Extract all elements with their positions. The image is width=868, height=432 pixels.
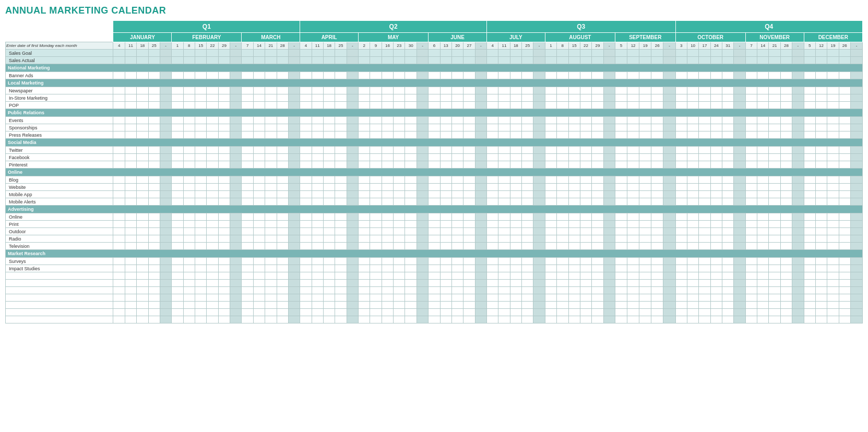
data-cell-21-9[interactable]: [218, 198, 230, 206]
data-cell-24-38[interactable]: [557, 221, 568, 228]
empty-cell-37-5[interactable]: [172, 316, 183, 323]
empty-cell-33-9[interactable]: [218, 287, 230, 294]
data-cell-30-63[interactable]: [850, 265, 862, 272]
data-cell-26-4[interactable]: [160, 235, 171, 243]
empty-cell-31-26[interactable]: [417, 272, 428, 280]
empty-cell-32-44[interactable]: [627, 280, 639, 287]
data-cell-23-16[interactable]: [300, 213, 312, 221]
data-cell-30-41[interactable]: [592, 265, 603, 272]
empty-cell-33-26[interactable]: [417, 287, 428, 294]
empty-cell-37-50[interactable]: [699, 316, 710, 323]
data-cell-15-40[interactable]: [580, 154, 591, 161]
empty-cell-34-11[interactable]: [242, 294, 253, 302]
data-cell-8-45[interactable]: [639, 102, 651, 109]
empty-cell-35-42[interactable]: [603, 302, 615, 309]
empty-cell-31-13[interactable]: [265, 272, 277, 280]
empty-cell-31-3[interactable]: [148, 272, 160, 280]
data-cell-12-20[interactable]: [347, 131, 358, 139]
empty-cell-33-61[interactable]: [827, 287, 839, 294]
data-cell-24-11[interactable]: [242, 221, 253, 228]
empty-cell-36-59[interactable]: [804, 309, 815, 316]
empty-cell-36-6[interactable]: [183, 309, 195, 316]
empty-cell-35-10[interactable]: [230, 302, 242, 309]
data-cell-27-7[interactable]: [195, 243, 207, 250]
data-cell-4-61[interactable]: [827, 72, 839, 79]
empty-cell-31-27[interactable]: [429, 272, 440, 280]
data-cell-27-4[interactable]: [160, 243, 171, 250]
data-cell-4-42[interactable]: [603, 72, 615, 79]
data-cell-24-10[interactable]: [230, 221, 242, 228]
data-cell-26-8[interactable]: [207, 235, 218, 243]
data-cell-24-41[interactable]: [592, 221, 603, 228]
data-cell-14-54[interactable]: [745, 147, 757, 154]
data-cell-4-23[interactable]: [382, 72, 393, 79]
data-cell-10-25[interactable]: [405, 117, 417, 124]
data-cell-1-7[interactable]: [195, 50, 207, 57]
empty-cell-35-40[interactable]: [580, 302, 591, 309]
data-cell-29-42[interactable]: [603, 258, 615, 265]
data-cell-16-43[interactable]: [615, 161, 627, 169]
data-cell-30-19[interactable]: [335, 265, 347, 272]
data-cell-12-36[interactable]: [533, 131, 545, 139]
data-cell-26-31[interactable]: [475, 235, 486, 243]
data-cell-7-47[interactable]: [663, 94, 675, 102]
data-cell-1-3[interactable]: [148, 50, 160, 57]
data-cell-1-40[interactable]: [580, 50, 591, 57]
data-cell-6-39[interactable]: [568, 87, 580, 94]
data-cell-11-33[interactable]: [498, 124, 510, 131]
data-cell-16-51[interactable]: [710, 161, 722, 169]
data-cell-25-9[interactable]: [218, 228, 230, 235]
data-cell-12-31[interactable]: [475, 131, 486, 139]
data-cell-19-32[interactable]: [486, 184, 498, 191]
empty-cell-31-18[interactable]: [323, 272, 335, 280]
data-cell-20-43[interactable]: [615, 191, 627, 198]
data-cell-2-53[interactable]: [734, 57, 745, 64]
empty-cell-32-11[interactable]: [242, 280, 253, 287]
data-cell-18-36[interactable]: [533, 176, 545, 184]
data-cell-30-21[interactable]: [359, 265, 370, 272]
empty-cell-36-34[interactable]: [510, 309, 521, 316]
empty-cell-36-43[interactable]: [615, 309, 627, 316]
empty-cell-31-7[interactable]: [195, 272, 207, 280]
data-cell-2-34[interactable]: [510, 57, 521, 64]
data-cell-7-11[interactable]: [242, 94, 253, 102]
data-cell-26-41[interactable]: [592, 235, 603, 243]
data-cell-10-49[interactable]: [687, 117, 698, 124]
empty-cell-31-44[interactable]: [627, 272, 639, 280]
data-cell-29-32[interactable]: [486, 258, 498, 265]
empty-cell-37-53[interactable]: [734, 316, 745, 323]
data-cell-24-32[interactable]: [486, 221, 498, 228]
data-cell-7-43[interactable]: [615, 94, 627, 102]
data-cell-25-58[interactable]: [792, 228, 804, 235]
data-cell-21-22[interactable]: [370, 198, 382, 206]
data-cell-10-54[interactable]: [745, 117, 757, 124]
data-cell-19-57[interactable]: [780, 184, 792, 191]
data-cell-26-55[interactable]: [757, 235, 769, 243]
empty-cell-32-10[interactable]: [230, 280, 242, 287]
data-cell-10-0[interactable]: [113, 117, 125, 124]
data-cell-4-8[interactable]: [207, 72, 218, 79]
data-cell-24-56[interactable]: [769, 221, 780, 228]
empty-cell-36-11[interactable]: [242, 309, 253, 316]
empty-cell-35-43[interactable]: [615, 302, 627, 309]
data-cell-1-25[interactable]: [405, 50, 417, 57]
data-cell-23-15[interactable]: [288, 213, 300, 221]
data-cell-4-49[interactable]: [687, 72, 698, 79]
data-cell-2-51[interactable]: [710, 57, 722, 64]
data-cell-18-57[interactable]: [780, 176, 792, 184]
empty-cell-35-38[interactable]: [557, 302, 568, 309]
data-cell-21-20[interactable]: [347, 198, 358, 206]
data-cell-29-0[interactable]: [113, 258, 125, 265]
data-cell-6-11[interactable]: [242, 87, 253, 94]
data-cell-24-59[interactable]: [804, 221, 815, 228]
data-cell-23-45[interactable]: [639, 213, 651, 221]
data-cell-7-53[interactable]: [734, 94, 745, 102]
data-cell-18-30[interactable]: [463, 176, 475, 184]
data-cell-23-30[interactable]: [463, 213, 475, 221]
empty-cell-31-20[interactable]: [347, 272, 358, 280]
empty-cell-31-31[interactable]: [475, 272, 486, 280]
data-cell-16-27[interactable]: [429, 161, 440, 169]
data-cell-21-23[interactable]: [382, 198, 393, 206]
data-cell-20-22[interactable]: [370, 191, 382, 198]
data-cell-21-13[interactable]: [265, 198, 277, 206]
